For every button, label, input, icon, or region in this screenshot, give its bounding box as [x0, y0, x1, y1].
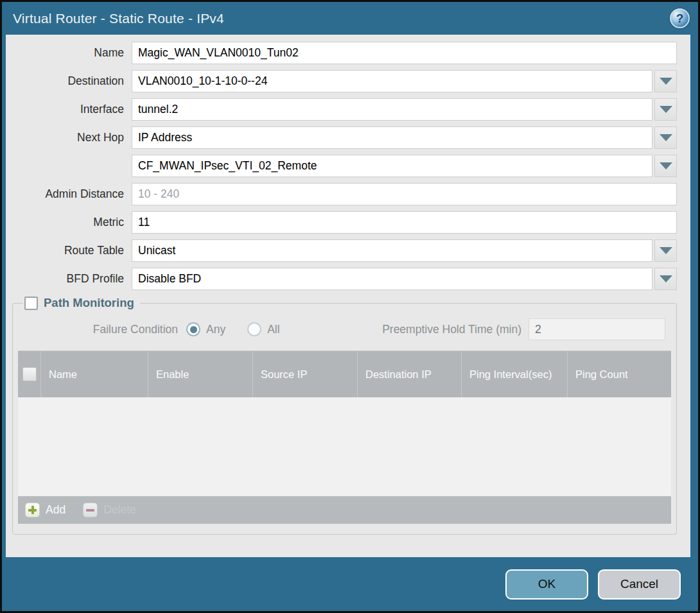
- delete-button[interactable]: Delete: [83, 503, 136, 517]
- next-hop-type-input[interactable]: [132, 126, 652, 149]
- virtual-router-static-route-dialog: Virtual Router - Static Route - IPv4 ? N…: [0, 0, 700, 613]
- table-header-checkbox-cell: [18, 351, 41, 397]
- dialog-titlebar: Virtual Router - Static Route - IPv4 ?: [2, 2, 698, 35]
- next-hop-label: Next Hop: [11, 131, 132, 144]
- admin-distance-input[interactable]: [132, 183, 677, 205]
- bfd-profile-label: BFD Profile: [11, 272, 132, 286]
- form-row-admin-distance: Admin Distance: [11, 183, 677, 205]
- route-table-dropdown-button[interactable]: [654, 239, 677, 262]
- form-row-bfd-profile: BFD Profile: [11, 268, 677, 290]
- column-header-ping-interval: Ping Interval(sec): [462, 351, 568, 397]
- column-header-enable: Enable: [148, 351, 253, 397]
- form-row-interface: Interface: [11, 98, 677, 121]
- preemptive-hold-time-label: Preemptive Hold Time (min): [382, 323, 529, 336]
- interface-dropdown-button[interactable]: [654, 98, 677, 121]
- dialog-footer: OK Cancel: [2, 557, 698, 611]
- failure-condition-any-label: Any: [206, 323, 225, 336]
- destination-dropdown-button[interactable]: [654, 70, 677, 92]
- name-label: Name: [11, 46, 132, 60]
- failure-condition-label: Failure Condition: [18, 323, 186, 336]
- form-row-name: Name: [11, 42, 677, 64]
- chevron-down-icon: [660, 247, 672, 254]
- minus-icon: [83, 503, 98, 517]
- form-row-route-table: Route Table: [11, 239, 677, 262]
- metric-label: Metric: [11, 216, 132, 229]
- add-button-label: Add: [46, 503, 66, 517]
- form-row-next-hop: Next Hop: [11, 126, 677, 149]
- route-table-input[interactable]: [132, 239, 652, 262]
- plus-icon: [25, 503, 40, 517]
- route-table-label: Route Table: [11, 244, 132, 257]
- destination-label: Destination: [11, 74, 132, 88]
- failure-condition-all-radio[interactable]: [247, 322, 261, 336]
- chevron-down-icon: [660, 134, 672, 141]
- table-header-row: Name Enable Source IP Destination IP Pin…: [18, 351, 671, 397]
- bfd-profile-input[interactable]: [132, 268, 652, 290]
- name-input[interactable]: [132, 42, 677, 64]
- metric-input[interactable]: [132, 211, 677, 234]
- next-hop-type-dropdown-button[interactable]: [654, 126, 677, 149]
- interface-label: Interface: [11, 103, 132, 116]
- help-icon[interactable]: ?: [670, 8, 690, 28]
- form-row-next-hop-address: [11, 155, 677, 177]
- preemptive-hold-time-input[interactable]: [529, 318, 665, 340]
- column-header-destination-ip: Destination IP: [358, 351, 462, 397]
- column-header-name: Name: [41, 351, 148, 397]
- next-hop-address-input[interactable]: [132, 155, 652, 177]
- chevron-down-icon: [660, 162, 672, 169]
- path-monitoring-checkbox[interactable]: [24, 297, 38, 310]
- failure-condition-row: Failure Condition Any All Preemptive Hol…: [18, 318, 671, 340]
- interface-input[interactable]: [132, 98, 652, 121]
- chevron-down-icon: [660, 78, 672, 85]
- chevron-down-icon: [660, 275, 672, 282]
- form-row-destination: Destination: [11, 70, 677, 92]
- dialog-title: Virtual Router - Static Route - IPv4: [13, 11, 670, 26]
- column-header-ping-count: Ping Count: [568, 351, 671, 397]
- bfd-profile-dropdown-button[interactable]: [654, 268, 677, 290]
- column-header-source-ip: Source IP: [253, 351, 358, 397]
- path-monitoring-title: Path Monitoring: [44, 296, 134, 310]
- admin-distance-label: Admin Distance: [11, 187, 132, 201]
- delete-button-label: Delete: [103, 503, 136, 517]
- table-body-empty: [18, 397, 671, 496]
- ok-button[interactable]: OK: [505, 569, 588, 600]
- failure-condition-all-label: All: [267, 323, 279, 336]
- add-button[interactable]: Add: [25, 503, 66, 517]
- dialog-body: Name Destination Interface: [6, 35, 690, 557]
- failure-condition-any-radio[interactable]: [186, 322, 200, 336]
- select-all-checkbox[interactable]: [22, 367, 37, 381]
- table-toolbar: Add Delete: [18, 496, 671, 524]
- next-hop-address-dropdown-button[interactable]: [654, 155, 677, 177]
- path-monitoring-table: Name Enable Source IP Destination IP Pin…: [18, 350, 671, 524]
- path-monitoring-section: Path Monitoring Failure Condition Any Al…: [12, 296, 677, 535]
- path-monitoring-legend: Path Monitoring: [23, 296, 140, 310]
- cancel-button[interactable]: Cancel: [598, 569, 681, 600]
- chevron-down-icon: [660, 106, 672, 113]
- form-row-metric: Metric: [11, 211, 677, 234]
- destination-input[interactable]: [132, 70, 652, 92]
